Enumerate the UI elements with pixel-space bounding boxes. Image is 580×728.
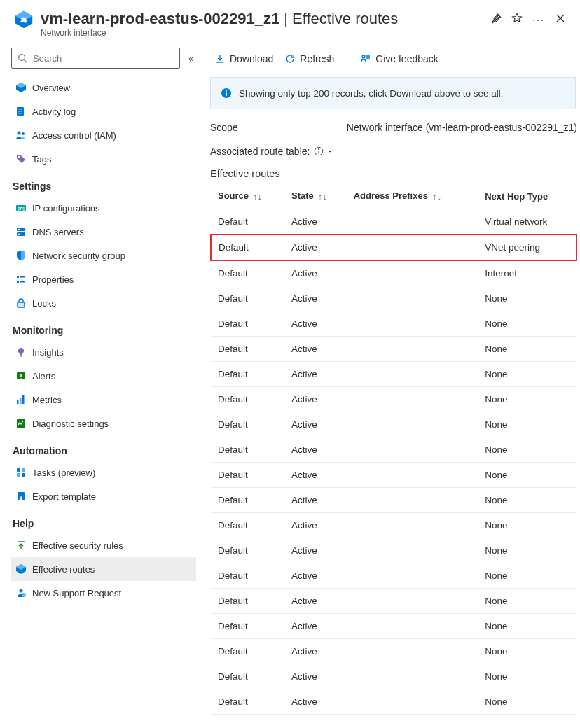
cell-state: Active (284, 513, 347, 538)
sidebar-item-label: Metrics (32, 395, 62, 405)
sidebar-item-label: DNS servers (32, 227, 84, 237)
cell-prefixes (347, 286, 478, 312)
sidebar-item-label: Tasks (preview) (32, 468, 95, 478)
collapse-sidebar-icon[interactable]: « (186, 50, 196, 66)
sidebar-item-label: Effective routes (32, 564, 95, 575)
table-row[interactable]: DefaultActiveNone (211, 538, 576, 564)
cell-prefixes (347, 260, 478, 286)
table-row[interactable]: DefaultActiveNone (211, 639, 576, 664)
svg-rect-36 (17, 473, 20, 477)
sidebar-item-label: Activity log (32, 106, 76, 117)
sidebar-item-tasks-preview-[interactable]: Tasks (preview) (11, 461, 196, 484)
table-row[interactable]: DefaultActiveNone (211, 337, 576, 362)
sidebar-item-activity-log[interactable]: Activity log (11, 99, 196, 123)
page-subtitle: Network interface (41, 28, 490, 38)
table-row[interactable]: DefaultActiveVirtual network (211, 209, 576, 235)
cell-state: Active (284, 564, 347, 589)
cell-nexthop: None (478, 690, 576, 715)
table-row[interactable]: DefaultActiveNone (211, 463, 576, 488)
cell-nexthop: None (478, 664, 576, 690)
cell-state: Active (284, 260, 347, 286)
svg-point-21 (18, 229, 20, 230)
svg-point-51 (319, 149, 319, 150)
info-outline-icon[interactable] (314, 146, 324, 156)
close-icon[interactable] (555, 13, 566, 26)
sidebar-item-tags[interactable]: Tags (11, 147, 196, 171)
sidebar-item-locks[interactable]: Locks (11, 291, 196, 315)
cell-source: Default (211, 387, 284, 412)
sidebar-item-export-template[interactable]: Export template (11, 484, 196, 508)
cell-nexthop: None (478, 438, 576, 463)
sidebar-item-network-security-group[interactable]: Network security group (11, 244, 196, 267)
info-banner: Showing only top 200 records, click Down… (210, 77, 576, 109)
table-row[interactable]: DefaultActiveNone (211, 362, 576, 387)
svg-point-42 (20, 589, 23, 593)
table-row[interactable]: DefaultActiveNone (211, 488, 576, 513)
table-row[interactable]: DefaultActiveNone (211, 690, 576, 715)
sidebar-item-alerts[interactable]: Alerts (11, 364, 196, 388)
sidebar-item-metrics[interactable]: Metrics (11, 388, 196, 412)
feedback-icon (360, 53, 371, 64)
sidebar-item-diagnostic-settings[interactable]: Diagnostic settings (11, 412, 196, 435)
cell-prefixes (347, 209, 478, 235)
sort-icon: ↑↓ (318, 191, 327, 202)
table-row[interactable]: DefaultActiveNone (211, 614, 576, 639)
table-row[interactable]: DefaultActiveNone (211, 312, 576, 337)
nav-icon (15, 274, 27, 285)
nav-header-automation: Automation (13, 445, 196, 456)
sidebar-item-effective-security-rules[interactable]: Effective security rules (11, 533, 196, 557)
favorite-icon[interactable] (511, 13, 523, 26)
col-nexthop[interactable]: Next Hop Type (478, 185, 576, 209)
table-row[interactable]: DefaultActiveVNet peering (211, 234, 576, 260)
search-input[interactable] (32, 52, 174, 64)
cell-state: Active (284, 639, 347, 664)
download-button[interactable]: Download (210, 50, 277, 67)
cell-source: Default (211, 488, 284, 513)
cell-prefixes (347, 538, 478, 564)
cell-state: Active (284, 337, 347, 362)
table-row[interactable]: DefaultActiveNone (211, 589, 576, 614)
col-state[interactable]: State↑↓ (284, 185, 347, 209)
sidebar-item-label: Properties (32, 274, 74, 285)
sidebar-item-ip-configurations[interactable]: [IP]IP configurations (11, 196, 196, 220)
nav-icon (15, 394, 27, 405)
table-row[interactable]: DefaultActiveNone (211, 412, 576, 438)
table-row[interactable]: DefaultActiveNone (211, 513, 576, 538)
table-title: Effective routes (210, 168, 577, 179)
col-source[interactable]: Source↑↓ (211, 185, 284, 209)
refresh-button[interactable]: Refresh (280, 50, 338, 67)
cell-prefixes (347, 362, 478, 387)
nav-icon (15, 418, 27, 429)
cell-state: Active (284, 412, 347, 438)
sidebar-search[interactable] (11, 48, 180, 69)
table-row[interactable]: DefaultActiveNone (211, 664, 576, 690)
nav-icon (15, 153, 27, 164)
cell-source: Default (211, 690, 284, 715)
pin-icon[interactable] (490, 13, 502, 26)
svg-rect-37 (22, 473, 25, 477)
sidebar-item-insights[interactable]: Insights (11, 340, 196, 364)
cell-state: Active (284, 614, 347, 639)
svg-rect-13 (18, 113, 21, 113)
sidebar-item-properties[interactable]: Properties (11, 267, 196, 291)
associated-route-table: Associated route table: - (210, 146, 577, 157)
sidebar-item-overview[interactable]: Overview (11, 76, 196, 99)
sidebar-item-effective-routes[interactable]: Effective routes (11, 557, 196, 581)
cell-nexthop: None (478, 513, 576, 538)
scope-label: Scope (210, 122, 329, 133)
col-prefixes[interactable]: Address Prefixes↑↓ (347, 185, 478, 209)
cell-state: Active (284, 589, 347, 614)
table-row[interactable]: DefaultActiveInternet (211, 260, 576, 286)
sidebar-item-access-control-iam-[interactable]: Access control (IAM) (11, 123, 196, 147)
table-row[interactable]: DefaultActiveNone (211, 286, 576, 312)
sidebar-item-dns-servers[interactable]: DNS servers (11, 220, 196, 244)
sidebar-item-new-support-request[interactable]: ?New Support Request (11, 581, 196, 605)
more-icon[interactable]: ··· (532, 14, 545, 25)
table-row[interactable]: DefaultActiveNone (211, 564, 576, 589)
cell-nexthop: None (478, 312, 576, 337)
page-title: vm-learn-prod-eastus-002291_z1 | Effecti… (41, 10, 490, 28)
svg-rect-27 (18, 302, 25, 307)
feedback-button[interactable]: Give feedback (356, 50, 443, 67)
table-row[interactable]: DefaultActiveNone (211, 438, 576, 463)
table-row[interactable]: DefaultActiveNone (211, 387, 576, 412)
